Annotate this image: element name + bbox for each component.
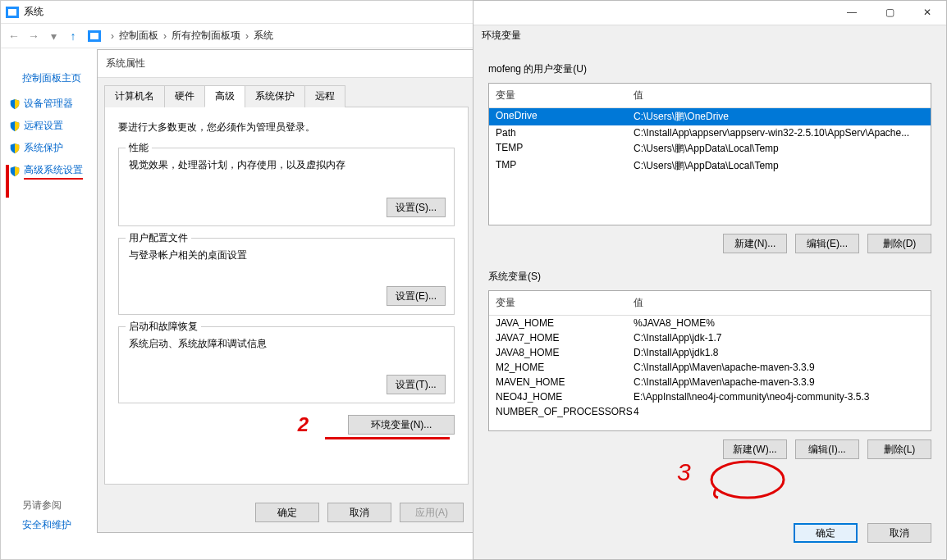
breadcrumb-item[interactable]: 所有控制面板项 xyxy=(172,29,240,43)
environment-variables-button[interactable]: 环境变量(N)... xyxy=(348,415,455,435)
user-profile-group: 用户配置文件 与登录帐户相关的桌面设置 设置(E)... xyxy=(118,238,455,315)
group-desc: 系统启动、系统故障和调试信息 xyxy=(129,337,444,351)
sidebar-item-advanced-system-settings[interactable]: 高级系统设置 xyxy=(9,163,85,180)
var-name: M2_HOME xyxy=(489,360,627,375)
col-header-value[interactable]: 值 xyxy=(627,294,931,312)
control-panel-home-link[interactable]: 控制面板主页 xyxy=(22,71,85,85)
table-row[interactable]: JAVA_HOME%JAVA8_HOME% xyxy=(489,316,931,330)
profile-settings-button[interactable]: 设置(E)... xyxy=(387,286,446,306)
user-new-button[interactable]: 新建(N)... xyxy=(723,234,787,253)
sys-delete-button[interactable]: 删除(L) xyxy=(867,439,931,459)
forward-button[interactable]: → xyxy=(24,26,43,46)
table-row[interactable]: TMPC:\Users\鹏\AppData\Local\Temp xyxy=(489,157,931,175)
dialog-footer: 确定 取消 应用(A) xyxy=(255,503,464,522)
group-legend: 用户配置文件 xyxy=(126,231,191,245)
maximize-button[interactable]: ▢ xyxy=(871,1,908,24)
user-delete-button[interactable]: 删除(D) xyxy=(867,234,931,253)
var-value: C:\InstallApp\jdk-1.7 xyxy=(627,330,931,345)
env-var-button-row: 环境变量(N)... 2 xyxy=(118,415,455,435)
var-value: C:\Users\鹏\AppData\Local\Temp xyxy=(627,140,931,157)
sys-new-button[interactable]: 新建(W)... xyxy=(723,439,787,459)
tab-advanced[interactable]: 高级 xyxy=(204,85,245,107)
sys-edit-button[interactable]: 编辑(I)... xyxy=(795,439,859,459)
table-row[interactable]: OneDriveC:\Users\鹏\OneDrive xyxy=(489,108,931,125)
computer-icon xyxy=(88,30,101,42)
startup-settings-button[interactable]: 设置(T)... xyxy=(387,375,446,394)
col-header-variable[interactable]: 变量 xyxy=(489,87,627,104)
dialog-title: 环境变量 xyxy=(474,25,946,46)
table-row[interactable]: JAVA7_HOMEC:\InstallApp\jdk-1.7 xyxy=(489,330,931,345)
sys-vars-label: 系统变量(S) xyxy=(488,270,931,284)
apply-button[interactable]: 应用(A) xyxy=(400,503,464,522)
sidebar-item-label: 远程设置 xyxy=(24,119,63,133)
cancel-button[interactable]: 取消 xyxy=(327,503,391,522)
computer-icon xyxy=(6,7,19,18)
var-name: JAVA8_HOME xyxy=(489,345,627,360)
var-value: E:\AppInstall\neo4j-community\neo4j-comm… xyxy=(627,389,931,404)
user-vars-button-row: 新建(N)... 编辑(E)... 删除(D) xyxy=(488,234,931,253)
col-header-variable[interactable]: 变量 xyxy=(489,294,627,312)
var-value: 4 xyxy=(627,404,931,419)
shield-icon xyxy=(9,98,21,110)
see-also-title: 另请参阅 xyxy=(22,495,71,515)
sidebar-item-device-manager[interactable]: 设备管理器 xyxy=(9,97,85,111)
sidebar-item-system-protection[interactable]: 系统保护 xyxy=(9,141,85,155)
var-value: D:\InstallApp\jdk1.8 xyxy=(627,345,931,360)
table-row[interactable]: M2_HOMEC:\InstallApp\Maven\apache-maven-… xyxy=(489,360,931,375)
performance-settings-button[interactable]: 设置(S)... xyxy=(387,198,446,217)
var-name: JAVA7_HOME xyxy=(489,330,627,345)
requires-admin-text: 要进行大多数更改，您必须作为管理员登录。 xyxy=(118,121,455,134)
recent-menu[interactable]: ▾ xyxy=(43,26,63,46)
breadcrumb[interactable]: › 控制面板 › 所有控制面板项 › 系统 xyxy=(111,29,273,43)
shield-icon xyxy=(9,121,21,132)
sidebar-item-label: 设备管理器 xyxy=(24,97,73,111)
up-button[interactable]: ↑ xyxy=(63,26,83,46)
breadcrumb-item[interactable]: 控制面板 xyxy=(119,29,158,43)
annotation-1 xyxy=(6,165,16,198)
var-name: NEO4J_HOME xyxy=(489,389,627,404)
back-button[interactable]: ← xyxy=(4,26,24,46)
window-controls: — ▢ ✕ xyxy=(833,1,946,24)
cancel-button[interactable]: 取消 xyxy=(867,523,931,543)
ok-button[interactable]: 确定 xyxy=(255,503,319,522)
var-name: TMP xyxy=(489,157,627,175)
user-edit-button[interactable]: 编辑(E)... xyxy=(795,234,859,253)
breadcrumb-item[interactable]: 系统 xyxy=(254,29,273,43)
close-button[interactable]: ✕ xyxy=(908,1,946,24)
tab-hardware[interactable]: 硬件 xyxy=(164,85,205,107)
var-name: Path xyxy=(489,125,627,140)
sys-vars-list[interactable]: 变量 值 JAVA_HOME%JAVA8_HOME%JAVA7_HOMEC:\I… xyxy=(488,290,931,431)
user-vars-list[interactable]: 变量 值 OneDriveC:\Users\鹏\OneDrivePathC:\I… xyxy=(488,83,931,225)
sidebar-item-remote-settings[interactable]: 远程设置 xyxy=(9,119,85,133)
minimize-button[interactable]: — xyxy=(833,1,871,24)
tab-remote[interactable]: 远程 xyxy=(304,85,345,107)
table-row[interactable]: TEMPC:\Users\鹏\AppData\Local\Temp xyxy=(489,140,931,157)
group-desc: 与登录帐户相关的桌面设置 xyxy=(129,248,444,262)
var-value: C:\InstallApp\appserv\appserv-win32-2.5.… xyxy=(627,125,931,140)
tab-system-protection[interactable]: 系统保护 xyxy=(245,85,305,107)
group-legend: 性能 xyxy=(126,141,152,155)
sidebar: 控制面板主页 设备管理器 远程设置 系统保护 xyxy=(1,48,91,559)
annotation-2: 2 xyxy=(298,413,309,436)
annotation-3: 3 xyxy=(677,458,691,486)
environment-variables-dialog: — ▢ ✕ 环境变量 mofeng 的用户变量(U) 变量 值 OneDrive… xyxy=(473,0,947,560)
table-row[interactable]: PathC:\InstallApp\appserv\appserv-win32-… xyxy=(489,125,931,140)
shield-icon xyxy=(9,143,21,154)
table-row[interactable]: JAVA8_HOMED:\InstallApp\jdk1.8 xyxy=(489,345,931,360)
see-also-section: 另请参阅 安全和维护 xyxy=(22,495,71,535)
env-titlebar: — ▢ ✕ xyxy=(474,1,946,25)
table-row[interactable]: NUMBER_OF_PROCESSORS4 xyxy=(489,404,931,419)
ok-button[interactable]: 确定 xyxy=(794,523,858,543)
security-maintenance-link[interactable]: 安全和维护 xyxy=(22,515,71,535)
startup-recovery-group: 启动和故障恢复 系统启动、系统故障和调试信息 设置(T)... xyxy=(118,326,455,403)
table-row[interactable]: MAVEN_HOMEC:\InstallApp\Maven\apache-mav… xyxy=(489,375,931,389)
system-title: 系统 xyxy=(24,5,43,19)
table-row[interactable]: NEO4J_HOMEE:\AppInstall\neo4j-community\… xyxy=(489,389,931,404)
env-dialog-footer: 确定 取消 xyxy=(794,523,931,543)
col-header-value[interactable]: 值 xyxy=(627,87,931,104)
tab-computer-name[interactable]: 计算机名 xyxy=(104,85,165,107)
var-value: C:\Users\鹏\OneDrive xyxy=(627,108,931,125)
system-titlebar: 系统 xyxy=(1,1,475,24)
performance-group: 性能 视觉效果，处理器计划，内存使用，以及虚拟内存 设置(S)... xyxy=(118,148,455,226)
tab-bar: 计算机名 硬件 高级 系统保护 远程 xyxy=(104,84,469,107)
